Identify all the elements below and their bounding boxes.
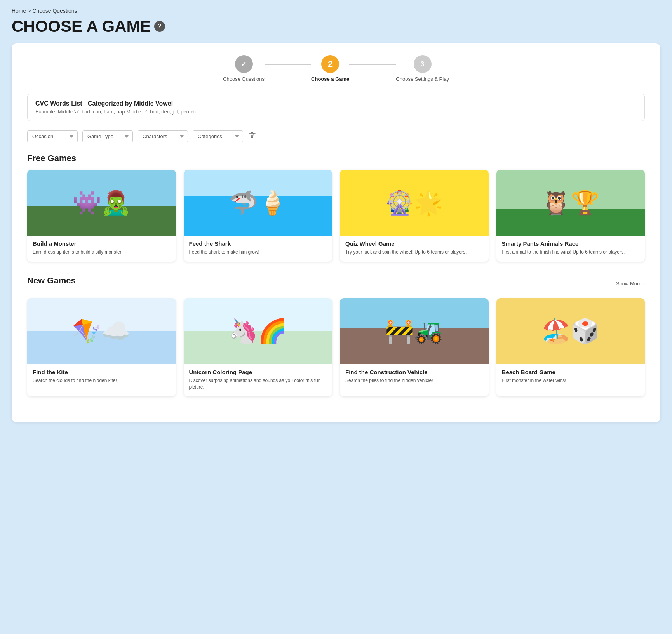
- game-card[interactable]: 🪁☁️Find the KiteSearch the clouds to fin…: [27, 298, 176, 397]
- game-card[interactable]: 🚧🚜Find the Construction VehicleSearch th…: [340, 298, 489, 397]
- step-3-label: Choose Settings & Play: [396, 76, 449, 82]
- page-title: CHOOSE A GAME ?: [12, 17, 660, 36]
- new-games-section-header: New Games Show More ›: [27, 276, 645, 292]
- game-type-filter[interactable]: Game Type: [82, 130, 133, 142]
- filters-bar: Occasion Game Type Characters Categories: [27, 130, 645, 142]
- game-card[interactable]: 🦈🍦Feed the SharkFeed the shark to make h…: [184, 170, 333, 262]
- game-desc: Discover surprising animations and sound…: [189, 377, 327, 391]
- step-2[interactable]: 2 Choose a Game: [311, 55, 349, 82]
- game-card[interactable]: 👾🧟‍♂️Build a MonsterEarn dress up items …: [27, 170, 176, 262]
- help-icon[interactable]: ?: [154, 21, 165, 32]
- game-name: Beach Board Game: [502, 369, 640, 375]
- game-name: Find the Kite: [33, 369, 171, 375]
- wordlist-box: CVC Words List - Categorized by Middle V…: [27, 94, 645, 121]
- game-desc: Search the piles to find the hidden vehi…: [345, 377, 483, 384]
- game-desc: First animal to the finish line wins! Up…: [502, 249, 640, 255]
- game-card[interactable]: 🦉🏆Smarty Pants Animals RaceFirst animal …: [496, 170, 645, 262]
- game-desc: Feed the shark to make him grow!: [189, 249, 327, 255]
- game-card[interactable]: 🏖️🎲Beach Board GameFirst monster in the …: [496, 298, 645, 397]
- step-3[interactable]: 3 Choose Settings & Play: [396, 55, 449, 82]
- step-2-label: Choose a Game: [311, 76, 349, 82]
- step-3-circle: 3: [414, 55, 432, 73]
- new-games-heading: New Games: [27, 276, 76, 286]
- game-desc: Earn dress up items to build a silly mon…: [33, 249, 171, 255]
- breadcrumb: Home > Choose Questions: [12, 8, 660, 14]
- step-line-2: [349, 64, 396, 65]
- game-name: Feed the Shark: [189, 240, 327, 247]
- game-desc: Search the clouds to find the hidden kit…: [33, 377, 171, 384]
- wordlist-title: CVC Words List - Categorized by Middle V…: [35, 100, 637, 107]
- main-card: ✓ Choose Questions 2 Choose a Game 3 Cho…: [12, 43, 660, 422]
- game-desc: Try your luck and spin the wheel! Up to …: [345, 249, 483, 255]
- show-more-button[interactable]: Show More ›: [616, 281, 645, 287]
- game-card[interactable]: 🎡🌟Quiz Wheel GameTry your luck and spin …: [340, 170, 489, 262]
- clear-filter-button[interactable]: [248, 131, 256, 142]
- game-name: Unicorn Coloring Page: [189, 369, 327, 375]
- step-2-circle: 2: [321, 55, 339, 73]
- game-name: Find the Construction Vehicle: [345, 369, 483, 375]
- occasion-filter[interactable]: Occasion: [27, 130, 78, 142]
- free-games-grid: 👾🧟‍♂️Build a MonsterEarn dress up items …: [27, 170, 645, 262]
- game-desc: First monster in the water wins!: [502, 377, 640, 384]
- step-1-label: Choose Questions: [223, 76, 265, 82]
- free-games-heading: Free Games: [27, 153, 645, 163]
- characters-filter[interactable]: Characters: [138, 130, 188, 142]
- step-1-circle: ✓: [235, 55, 253, 73]
- step-line-1: [265, 64, 311, 65]
- categories-filter[interactable]: Categories: [193, 130, 243, 142]
- new-games-grid: 🪁☁️Find the KiteSearch the clouds to fin…: [27, 298, 645, 397]
- step-1[interactable]: ✓ Choose Questions: [223, 55, 265, 82]
- game-name: Quiz Wheel Game: [345, 240, 483, 247]
- game-card[interactable]: 🦄🌈Unicorn Coloring PageDiscover surprisi…: [184, 298, 333, 397]
- wordlist-desc: Example: Middle 'a': bad, can, ham, nap …: [35, 109, 637, 115]
- chevron-right-icon: ›: [643, 281, 645, 287]
- stepper: ✓ Choose Questions 2 Choose a Game 3 Cho…: [27, 55, 645, 82]
- game-name: Smarty Pants Animals Race: [502, 240, 640, 247]
- game-name: Build a Monster: [33, 240, 171, 247]
